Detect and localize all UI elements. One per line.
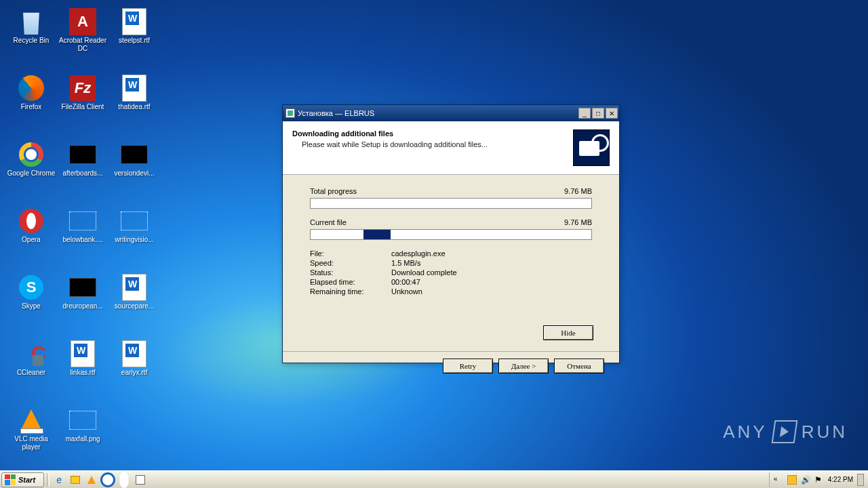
desktop-icon-label: versiondevi... — [115, 169, 155, 178]
desktop-icon[interactable]: writingvisio... — [108, 205, 160, 256]
desktop-icon-label: steelpst.rtf — [119, 37, 150, 45]
desktop-icon-label: FileZilla Client — [62, 103, 104, 111]
adobe-icon: A — [69, 8, 96, 35]
black-icon — [69, 274, 96, 301]
installer-heading: Downloading additional files — [292, 129, 573, 138]
current-file-bar — [310, 229, 592, 240]
status-value: Download complete — [391, 268, 457, 277]
quicklaunch-separator — [47, 473, 50, 487]
vlc-icon — [18, 407, 45, 434]
desktop-icon[interactable]: Firefox — [5, 72, 57, 123]
play-icon — [771, 420, 797, 443]
empty-icon — [121, 207, 148, 235]
desktop-icon[interactable]: Opera — [5, 205, 57, 256]
empty-icon — [69, 407, 96, 434]
desktop-icon[interactable]: earlyx.rtf — [108, 338, 160, 389]
quicklaunch-ie-icon[interactable]: e — [52, 473, 66, 487]
desktop-icon-label: writingvisio... — [115, 236, 153, 244]
installer-window: Установка — ELBRUS _ □ ✕ Downloading add… — [282, 104, 620, 363]
setup-disk-icon — [573, 129, 610, 166]
tray-volume-icon[interactable]: 🔊 — [801, 475, 810, 485]
desktop-icon[interactable]: versiondevi... — [108, 138, 160, 190]
opera-icon — [18, 207, 45, 235]
taskbar: Start e « 🔊 ⚑ 4:22 PM — [0, 470, 868, 488]
bin-icon — [18, 8, 45, 35]
desktop-icon-label: thatidea.rtf — [118, 103, 150, 111]
tray-chevron-icon[interactable]: « — [774, 475, 783, 485]
desktop-icon-label: Google Chrome — [7, 169, 56, 178]
desktop-icon-label: VLC media player — [7, 435, 56, 451]
current-file-value: 9.76 MB — [564, 218, 592, 226]
desktop-icon-label: Firefox — [21, 103, 42, 111]
minimize-button[interactable]: _ — [578, 108, 591, 119]
maximize-button[interactable]: □ — [592, 108, 604, 119]
desktop-icon[interactable]: CCleaner — [5, 338, 57, 389]
doc-icon — [121, 274, 148, 301]
desktop-icon[interactable]: afterboards... — [57, 138, 108, 190]
file-key: File: — [310, 249, 391, 258]
speed-key: Speed: — [310, 259, 391, 267]
window-title: Установка — ELBRUS — [298, 109, 374, 117]
tray-flag-icon[interactable]: ⚑ — [814, 475, 824, 485]
desktop-icon[interactable]: thatidea.rtf — [108, 72, 160, 123]
tray-show-desktop[interactable] — [857, 474, 864, 486]
close-button[interactable]: ✕ — [606, 108, 618, 119]
desktop-icon[interactable]: sourcepare... — [108, 271, 160, 323]
desktop-icon[interactable]: Recycle Bin — [5, 5, 57, 57]
desktop: Recycle BinAAcrobat Reader DCsteelpst.rt… — [0, 0, 868, 470]
quicklaunch-explorer-icon[interactable] — [68, 473, 82, 487]
elapsed-key: Elapsed time: — [310, 278, 391, 286]
desktop-icon[interactable]: maxfall.png — [57, 404, 108, 455]
installer-icon — [285, 108, 295, 118]
desktop-icon[interactable]: linkas.rtf — [57, 338, 108, 389]
next-button[interactable]: Далее > — [498, 359, 549, 373]
total-progress-bar — [310, 198, 592, 209]
cancel-button[interactable]: Отмена — [554, 359, 604, 373]
desktop-icon-label: afterboards... — [63, 169, 103, 178]
start-button[interactable]: Start — [1, 472, 44, 487]
chrome-icon — [18, 141, 45, 168]
hide-button[interactable]: Hide — [543, 325, 593, 340]
desktop-icon[interactable]: steelpst.rtf — [108, 5, 160, 57]
desktop-icon-label: Recycle Bin — [14, 37, 50, 45]
taskbar-clock[interactable]: 4:22 PM — [828, 476, 853, 483]
doc-icon — [69, 340, 96, 367]
quicklaunch-chrome-icon[interactable] — [101, 473, 115, 487]
desktop-icon[interactable]: belowbank.... — [57, 205, 108, 256]
desktop-icon-label: belowbank.... — [63, 236, 103, 244]
desktop-icon[interactable]: AAcrobat Reader DC — [57, 5, 108, 57]
start-button-label: Start — [18, 476, 35, 484]
installer-subheading: Please wait while Setup is downloading a… — [302, 140, 573, 148]
remaining-key: Remaining time: — [310, 287, 391, 296]
tray-shield-icon[interactable] — [787, 475, 797, 485]
watermark: ANY RUN — [723, 420, 848, 443]
speed-value: 1.5 MB/s — [391, 259, 420, 267]
system-tray: « 🔊 ⚑ 4:22 PM — [769, 472, 868, 487]
desktop-icon-label: Skype — [22, 302, 41, 310]
file-value: cadesplugin.exe — [391, 249, 446, 258]
windows-flag-icon — [5, 474, 16, 485]
watermark-brand-2: RUN — [802, 422, 848, 443]
titlebar[interactable]: Установка — ELBRUS _ □ ✕ — [283, 105, 619, 121]
desktop-icon[interactable]: SSkype — [5, 271, 57, 323]
black-icon — [69, 141, 96, 168]
elapsed-value: 00:00:47 — [391, 278, 420, 286]
firefox-icon — [18, 75, 45, 102]
doc-icon — [121, 8, 148, 35]
installer-header: Downloading additional files Please wait… — [283, 121, 619, 175]
desktop-icon-label: sourcepare... — [115, 302, 154, 310]
desktop-icons: Recycle BinAAcrobat Reader DCsteelpst.rt… — [5, 5, 160, 470]
filezilla-icon: Fz — [69, 75, 96, 102]
desktop-icon[interactable]: VLC media player — [5, 404, 57, 455]
desktop-icon[interactable]: Google Chrome — [5, 138, 57, 190]
desktop-icon[interactable]: dreuropean... — [57, 271, 108, 323]
desktop-icon[interactable]: FzFileZilla Client — [57, 72, 108, 123]
total-progress-value: 9.76 MB — [564, 187, 592, 195]
retry-button[interactable]: Retry — [443, 359, 493, 373]
quicklaunch-installer-icon[interactable] — [134, 473, 147, 487]
desktop-icon-label: CCleaner — [17, 369, 45, 377]
doc-icon — [121, 340, 148, 367]
installer-body: Total progress 9.76 MB Current file 9.76… — [283, 175, 619, 351]
quicklaunch-opera-icon[interactable] — [117, 473, 131, 487]
quicklaunch-vlc-icon[interactable] — [85, 473, 98, 487]
